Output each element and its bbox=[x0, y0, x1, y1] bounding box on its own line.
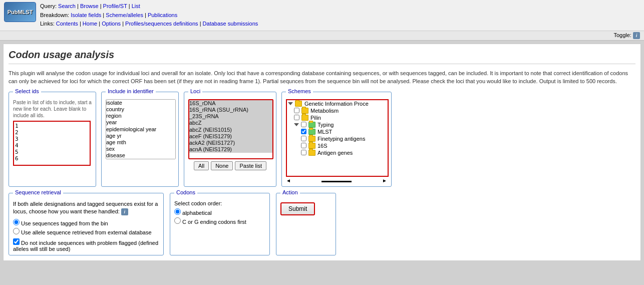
toggle-label: Toggle: bbox=[613, 32, 631, 38]
query-label: Query: bbox=[40, 3, 57, 9]
tree-item-1[interactable]: Metabolism bbox=[287, 107, 388, 114]
tree-item-label: Typing bbox=[317, 122, 334, 128]
folder-icon bbox=[308, 143, 315, 149]
triangle-icon bbox=[288, 102, 293, 105]
nav-browse[interactable]: Browse bbox=[80, 3, 99, 9]
seq-retrieval-legend: Sequence retrieval bbox=[13, 189, 63, 195]
tree-item-6[interactable]: 16S bbox=[287, 142, 388, 149]
tree-item-label: 16S bbox=[317, 143, 328, 149]
codon-alpha-radio[interactable] bbox=[174, 208, 181, 215]
nav-profiles-sequences[interactable]: Profiles/sequences definitions bbox=[125, 21, 198, 27]
tree-item-label: Finetyping antigens bbox=[317, 136, 365, 142]
schemes-section: Schemes Genetic Information Proce Metabo… bbox=[281, 92, 392, 187]
loci-select[interactable]: 16S_rDNA 16S_rRNA (SSU_rRNA) _23S_rRNA a… bbox=[188, 99, 273, 159]
radio-tagged: Use sequences tagged from the bin bbox=[13, 219, 159, 226]
schemes-legend: Schemes bbox=[286, 88, 313, 94]
include-identifier-select[interactable]: isolate country region year epidemiologi… bbox=[106, 99, 176, 159]
toggle-icon[interactable]: i bbox=[633, 32, 640, 39]
include-identifier-legend: Include in identifier bbox=[106, 88, 156, 94]
tree-item-label: MLST bbox=[317, 129, 332, 135]
tree-item-label: Genetic Information Proce bbox=[304, 101, 369, 107]
submit-button[interactable]: Submit bbox=[280, 202, 315, 215]
radio-external-input[interactable] bbox=[13, 228, 20, 234]
tree-checkbox[interactable] bbox=[301, 122, 306, 127]
problem-flagged-row: Do not include sequences with problem fl… bbox=[13, 238, 159, 252]
page-title: Codon usage analysis bbox=[9, 49, 635, 64]
nav-options[interactable]: Options bbox=[102, 21, 121, 27]
tree-item-label: Antigen genes bbox=[317, 150, 353, 156]
nav-database-submissions[interactable]: Database submissions bbox=[203, 21, 258, 27]
codon-order-label: Select codon order: bbox=[174, 200, 265, 206]
tree-item-4[interactable]: MLST bbox=[287, 128, 388, 135]
nav-profile-st[interactable]: Profile/ST bbox=[103, 3, 127, 9]
tree-item-2[interactable]: Pilin bbox=[287, 114, 388, 121]
loci-section: Loci 16S_rDNA 16S_rRNA (SSU_rRNA) _23S_r… bbox=[184, 92, 276, 187]
tree-item-5[interactable]: Finetyping antigens bbox=[287, 135, 388, 142]
nav-search[interactable]: Search bbox=[58, 3, 76, 9]
codon-cg-label[interactable]: C or G ending codons first bbox=[182, 219, 246, 225]
codon-cg-radio[interactable] bbox=[174, 217, 181, 224]
codon-alpha-label[interactable]: alphabetical bbox=[182, 210, 212, 216]
radio-tagged-input[interactable] bbox=[13, 219, 20, 225]
select-ids-hint: Paste in list of ids to include, start a… bbox=[13, 99, 92, 119]
bottom-section: Sequence retrieval If both allele design… bbox=[9, 193, 635, 255]
radio-external-label[interactable]: Use allele sequence retrieved from exter… bbox=[21, 229, 151, 235]
tree-checkbox[interactable] bbox=[301, 136, 306, 141]
toggle-bar: Toggle: i bbox=[0, 31, 644, 41]
include-identifier-section: Include in identifier isolate country re… bbox=[101, 92, 179, 187]
folder-icon bbox=[301, 108, 308, 114]
tree-checkbox[interactable] bbox=[301, 129, 306, 134]
nav-list[interactable]: List bbox=[132, 3, 140, 9]
nav-scheme-alleles[interactable]: Scheme/alleles bbox=[106, 12, 143, 18]
folder-icon bbox=[301, 115, 308, 121]
tree-checkbox[interactable] bbox=[301, 143, 306, 148]
folder-icon bbox=[308, 136, 315, 142]
radio-tagged-label[interactable]: Use sequences tagged from the bin bbox=[21, 220, 108, 226]
tree-item-3[interactable]: Typing bbox=[287, 121, 388, 128]
codon-alpha-group: alphabetical bbox=[174, 208, 265, 216]
triangle-icon bbox=[294, 123, 299, 126]
tree-item-label: Pilin bbox=[310, 115, 321, 121]
loci-none-button[interactable]: None bbox=[211, 161, 233, 170]
main-content: Codon usage analysis This plugin will an… bbox=[3, 44, 641, 261]
tree-item-0[interactable]: Genetic Information Proce bbox=[287, 100, 388, 107]
tree-checkbox[interactable] bbox=[294, 108, 299, 113]
problem-flagged-label[interactable]: Do not include sequences with problem fl… bbox=[13, 240, 158, 252]
action-legend: Action bbox=[280, 189, 300, 195]
nav-isolate-fields[interactable]: Isolate fields bbox=[71, 12, 101, 18]
logo: PubMLST bbox=[4, 2, 36, 22]
nav-links: Query: Search | Browse | Profile/ST | Li… bbox=[40, 2, 258, 29]
problem-flagged-checkbox[interactable] bbox=[13, 238, 20, 245]
tree-item-label: Metabolism bbox=[310, 108, 339, 114]
folder-icon bbox=[295, 101, 302, 107]
action-section: Action Submit bbox=[276, 193, 336, 255]
loci-all-button[interactable]: All bbox=[194, 161, 209, 170]
nav-home[interactable]: Home bbox=[83, 21, 97, 27]
codon-cg-group: C or G ending codons first bbox=[174, 217, 265, 225]
seq-retrieval-hint: If both allele designations and tagged s… bbox=[13, 200, 159, 216]
loci-paste-button[interactable]: Paste list bbox=[235, 161, 266, 170]
tree-item-7[interactable]: Antigen genes bbox=[287, 149, 388, 156]
codons-section: Codons Select codon order: alphabetical … bbox=[170, 193, 270, 255]
sequence-retrieval-section: Sequence retrieval If both allele design… bbox=[9, 193, 164, 255]
nav-publications[interactable]: Publications bbox=[148, 12, 177, 18]
links-row: Links: Contents | Home | Options | Profi… bbox=[40, 20, 258, 29]
tree-checkbox[interactable] bbox=[301, 150, 306, 155]
loci-buttons: All None Paste list bbox=[188, 161, 272, 170]
scroll-indicator: ◄ ▬▬▬▬▬▬ ► bbox=[286, 178, 387, 183]
schemes-tree[interactable]: Genetic Information Proce Metabolism Pil… bbox=[286, 99, 389, 177]
query-row: Query: Search | Browse | Profile/ST | Li… bbox=[40, 2, 258, 11]
seq-retrieval-info-icon[interactable]: i bbox=[121, 208, 128, 215]
select-ids-legend: Select ids bbox=[13, 88, 41, 94]
breakdown-label: Breakdown: bbox=[40, 12, 69, 18]
page-description: This plugin will analyse the codon usage… bbox=[9, 69, 635, 86]
top-bar: PubMLST Query: Search | Browse | Profile… bbox=[0, 0, 644, 31]
breakdown-row: Breakdown: Isolate fields | Scheme/allel… bbox=[40, 11, 258, 20]
form-top-row: Select ids Paste in list of ids to inclu… bbox=[9, 92, 635, 187]
codons-legend: Codons bbox=[174, 189, 197, 195]
ids-textarea[interactable]: 1 2 3 4 5 6 bbox=[13, 121, 91, 166]
nav-contents[interactable]: Contents bbox=[56, 21, 78, 27]
select-ids-section: Select ids Paste in list of ids to inclu… bbox=[9, 92, 96, 187]
radio-external: Use allele sequence retrieved from exter… bbox=[13, 228, 159, 235]
tree-checkbox[interactable] bbox=[294, 115, 299, 120]
